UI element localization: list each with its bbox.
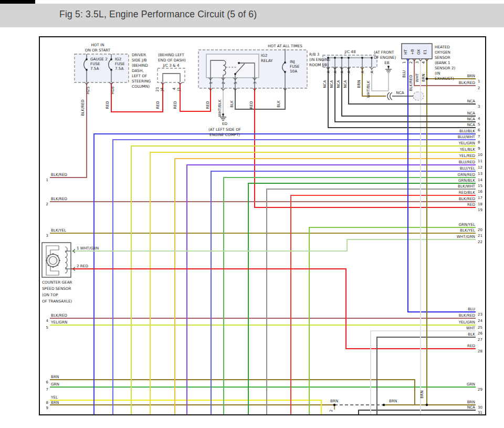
right-pin-wire-label: BLU/BLK: [459, 129, 475, 133]
diagram-label: FUSE: [290, 64, 300, 69]
right-pin-wire-label: BRN: [467, 74, 475, 78]
diagram-label: (IN ENGINE: [309, 57, 331, 62]
right-pin-number: 10: [478, 153, 482, 157]
diagram-label: A: [326, 70, 331, 73]
right-pin-wire-label: BLU: [468, 307, 475, 311]
diagram-label: WHT/BLK: [366, 80, 371, 98]
right-pin-wire-label: BLU/YEL: [460, 166, 475, 171]
diagram-label: 21: [155, 87, 160, 91]
diagram-label: BRN: [419, 390, 424, 398]
diagram-label: A: [346, 70, 351, 73]
wire-junction-dot: [333, 404, 336, 406]
diagram-label: 5: [233, 82, 238, 85]
right-pin-wire-label: RED: [467, 343, 476, 348]
diagram-label: J4: [160, 87, 164, 91]
terminal-dot: [284, 71, 286, 73]
diagram-label: BRN: [356, 80, 361, 88]
diagram-label: SENSOR 2): [435, 66, 456, 70]
left-pin-number: 6: [46, 380, 49, 384]
diagram-label: END OF DASH): [158, 58, 186, 62]
terminal-dot: [86, 58, 88, 60]
right-pin-number: 6: [478, 128, 480, 132]
diagram-label: NCA: [343, 80, 348, 88]
diagram-label: BRN: [389, 399, 397, 403]
diagram-label: A: [340, 70, 344, 73]
diagram-label: HOT AT ALL TIMES: [268, 44, 302, 48]
right-pin-wire-label: NCA: [467, 117, 475, 121]
diagram-label: 7.5A: [115, 66, 123, 71]
diagram-label: OX: [416, 49, 421, 55]
terminal-dot: [371, 57, 373, 59]
right-pin-wire-label: YEL/GRN: [458, 141, 475, 145]
right-pin-number: 18: [478, 202, 482, 206]
right-pin-number: 5: [478, 122, 480, 127]
right-pin-number: 1: [478, 79, 480, 83]
right-pin-number: 11: [478, 159, 482, 163]
left-pin-number: 3: [46, 234, 48, 238]
left-pin-wire-label: YEL: [50, 395, 58, 400]
right-pin-wire-label: YEL/RED: [459, 153, 476, 158]
wiring-diagram-canvas: HOT INON OR STARTGAUGE 2FUSE7.5AIG2FUSE7…: [0, 0, 504, 428]
left-pin-number: 1: [46, 178, 48, 182]
diagram-label: J3: [176, 88, 181, 92]
left-pin-wire-label: GRN: [51, 382, 59, 387]
diagram-label: BRN: [421, 74, 426, 81]
diagram-label: NCA: [329, 80, 334, 88]
left-pin-wire-label: BLK/RED: [51, 172, 68, 177]
diagram-label: NCA: [322, 80, 327, 88]
right-pin-wire-label: NCA: [467, 122, 475, 127]
diagram-label: COUNTER GEAR: [42, 280, 72, 285]
diagram-label: 1 WHT/GRN: [77, 246, 99, 250]
right-pin-number: 17: [478, 196, 482, 200]
diagram-label: 2: [408, 61, 413, 64]
diagram-label: (AT LEFT SIDE OF: [208, 127, 241, 132]
right-pin-wire-label: BLK: [468, 332, 475, 337]
nca-connector-oval: [413, 92, 424, 100]
terminal-dot: [238, 62, 240, 64]
diagram-label: SENSOR: [435, 55, 450, 60]
diagram-label: ENGINE COMPT): [209, 132, 240, 137]
diagram-label: BLK/RED: [80, 99, 85, 116]
diagram-label: OXYGEN: [435, 50, 450, 55]
right-pin-number: 28: [478, 349, 482, 353]
right-pin-wire-label: BLU/RED: [459, 160, 476, 164]
terminal-dot: [361, 57, 363, 59]
terminal-dot: [110, 58, 112, 60]
right-pin-wire-label: GRN/YEL: [459, 222, 475, 227]
terminal-dot: [234, 73, 236, 75]
right-pin-number: 21: [478, 234, 482, 238]
left-pin-wire-label: BLK/RED: [51, 313, 68, 318]
right-pin-wire-label: BLK/RED: [459, 80, 476, 85]
right-pin-wire-label: GRN/BLK: [458, 178, 475, 183]
diagram-label: RELAY: [261, 58, 273, 63]
wire-junction-dot: [426, 78, 428, 80]
right-pin-wire-label: NCA: [467, 405, 475, 410]
right-pin-number: 14: [478, 178, 482, 182]
diagram-label: 4: [421, 61, 426, 64]
right-pin-number: 4: [478, 117, 480, 121]
diagram-label: 2 RED: [77, 264, 88, 268]
left-pin-wire-label: BLK/YEL: [51, 228, 66, 233]
diagram-label: 2: [221, 82, 226, 85]
terminal-dot: [86, 69, 88, 71]
right-pin-number: 22: [478, 240, 482, 244]
right-pin-wire-label: NCA: [467, 111, 475, 116]
right-pin-number: 12: [478, 165, 482, 170]
diagram-label: OF ENGINE): [374, 55, 396, 60]
diagram-label: (IN: [435, 71, 440, 76]
right-pin-wire-label: RED: [467, 202, 476, 207]
diagram-label: INJ: [290, 59, 295, 64]
diagram-label: IG2: [261, 53, 267, 58]
right-pin-number: 9: [478, 147, 480, 151]
right-pin-number: 7: [478, 134, 480, 139]
right-pin-wire-label: BLK/YEL: [460, 228, 475, 233]
diagram-label: SIDE J/B: [132, 58, 147, 62]
diagram-label: RED: [155, 101, 160, 109]
terminal-dot: [284, 61, 286, 64]
diagram-label: HT: [403, 49, 408, 54]
diagram-label: 10A: [290, 69, 297, 74]
diagram-label: NCA: [396, 90, 404, 95]
diagram-label: ED: [222, 121, 228, 126]
ig2-relay-box: [206, 54, 259, 78]
diagram-label: (ON TOP: [42, 293, 58, 297]
